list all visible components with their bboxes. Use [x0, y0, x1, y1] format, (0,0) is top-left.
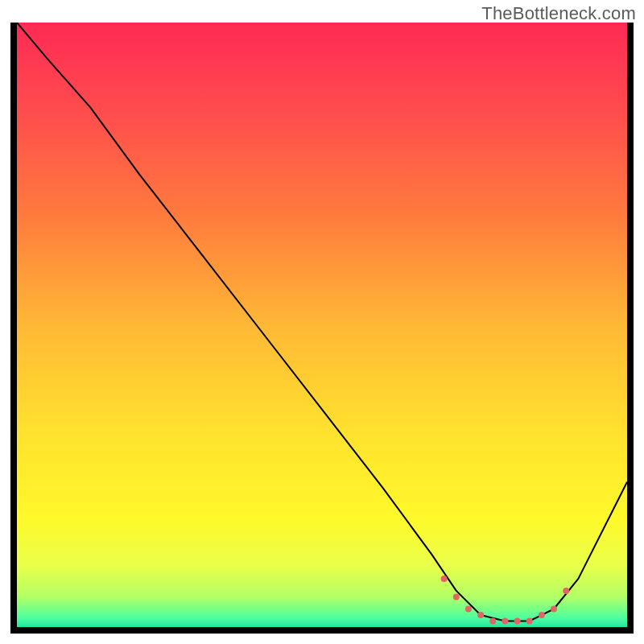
- marker-point: [453, 594, 460, 601]
- marker-point: [465, 606, 472, 613]
- marker-point: [489, 618, 496, 625]
- marker-point: [563, 588, 569, 594]
- plot-area: [17, 23, 627, 627]
- marker-point: [539, 612, 545, 618]
- marker-point: [502, 618, 508, 625]
- marker-point: [551, 606, 557, 613]
- marker-point: [514, 618, 521, 625]
- gradient-background: [17, 23, 627, 627]
- plot-frame: [10, 23, 634, 634]
- chart-svg: [17, 23, 627, 627]
- chart-container: TheBottleneck.com: [0, 0, 644, 644]
- marker-point: [441, 576, 448, 582]
- marker-point: [477, 612, 484, 618]
- marker-point: [526, 618, 533, 625]
- attribution-label: TheBottleneck.com: [481, 3, 636, 24]
